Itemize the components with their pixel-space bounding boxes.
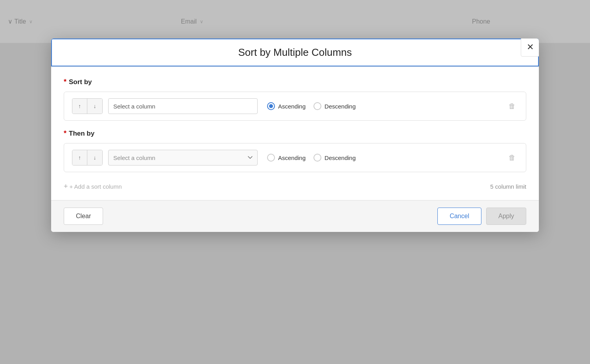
- add-sort-row: + + Add a sort column 5 column limit: [64, 181, 526, 192]
- then-by-section-label: * Then by: [64, 129, 526, 138]
- sort-row1-ascending-label[interactable]: Ascending: [267, 102, 306, 110]
- sort-row1-descending-radio[interactable]: [313, 102, 321, 110]
- sort-row1-ascending-radio[interactable]: [267, 102, 275, 110]
- sort-row2-descending-text: Descending: [324, 154, 356, 161]
- add-sort-column-button[interactable]: + + Add a sort column: [64, 182, 122, 191]
- sort-by-required-star: *: [64, 78, 66, 86]
- modal-footer: Clear Cancel Apply: [51, 200, 539, 232]
- sort-row2-ascending-label[interactable]: Ascending: [267, 154, 306, 162]
- clear-button[interactable]: Clear: [64, 208, 103, 225]
- down-arrow-icon-2: ↓: [94, 154, 96, 161]
- sort-row2-ascending-text: Ascending: [278, 154, 306, 161]
- cancel-button[interactable]: Cancel: [437, 208, 481, 225]
- sort-row2-radio-group: Ascending Descending: [267, 154, 356, 162]
- close-icon: ✕: [527, 42, 534, 52]
- trash-icon-2: 🗑: [509, 154, 516, 162]
- add-sort-label: + Add a sort column: [70, 183, 122, 190]
- sort-row1-descending-text: Descending: [324, 103, 356, 110]
- sort-row2-arrows: ↑ ↓: [72, 150, 103, 165]
- sort-row2-descending-radio[interactable]: [313, 154, 321, 162]
- column-limit-label: 5 column limit: [490, 183, 526, 190]
- plus-icon: +: [64, 182, 68, 191]
- up-arrow-icon: ↑: [78, 103, 81, 109]
- sort-row1-column-select[interactable]: Select a column: [108, 98, 258, 114]
- sort-row2-delete-button[interactable]: 🗑: [506, 152, 518, 164]
- sort-row1-up-button[interactable]: ↑: [72, 99, 87, 114]
- close-button[interactable]: ✕: [521, 39, 539, 57]
- footer-right: Cancel Apply: [437, 208, 526, 225]
- footer-left: Clear: [64, 208, 103, 225]
- sort-row1-delete-button[interactable]: 🗑: [506, 101, 518, 112]
- then-by-label: Then by: [69, 130, 94, 138]
- sort-row2-descending-label[interactable]: Descending: [313, 154, 356, 162]
- sort-row1-down-button[interactable]: ↓: [87, 99, 102, 114]
- down-arrow-icon: ↓: [94, 103, 96, 109]
- sort-by-section-label: * Sort by: [64, 78, 526, 86]
- sort-row2-up-button[interactable]: ↑: [72, 150, 87, 165]
- sort-row2-column-select[interactable]: Select a column: [108, 150, 258, 165]
- sort-row-2: ↑ ↓ Select a column Ascending Descending: [64, 143, 526, 172]
- sort-row2-down-button[interactable]: ↓: [87, 150, 102, 165]
- sort-row1-arrows: ↑ ↓: [72, 98, 103, 114]
- modal-body: * Sort by ↑ ↓ Select a column A: [51, 67, 539, 200]
- sort-row1-ascending-text: Ascending: [278, 103, 306, 110]
- sort-row1-radio-group: Ascending Descending: [267, 102, 356, 110]
- sort-row-1: ↑ ↓ Select a column Ascending Descending: [64, 92, 526, 121]
- modal-title: Sort by Multiple Columns: [51, 39, 539, 66]
- sort-row2-ascending-radio[interactable]: [267, 154, 275, 162]
- trash-icon: 🗑: [509, 102, 516, 110]
- sort-row1-descending-label[interactable]: Descending: [313, 102, 356, 110]
- sort-modal: ✕ Sort by Multiple Columns * Sort by ↑ ↓…: [51, 39, 539, 232]
- up-arrow-icon-2: ↑: [78, 154, 81, 161]
- then-by-required-star: *: [64, 129, 66, 138]
- apply-button[interactable]: Apply: [486, 208, 526, 225]
- sort-by-label: Sort by: [69, 78, 92, 86]
